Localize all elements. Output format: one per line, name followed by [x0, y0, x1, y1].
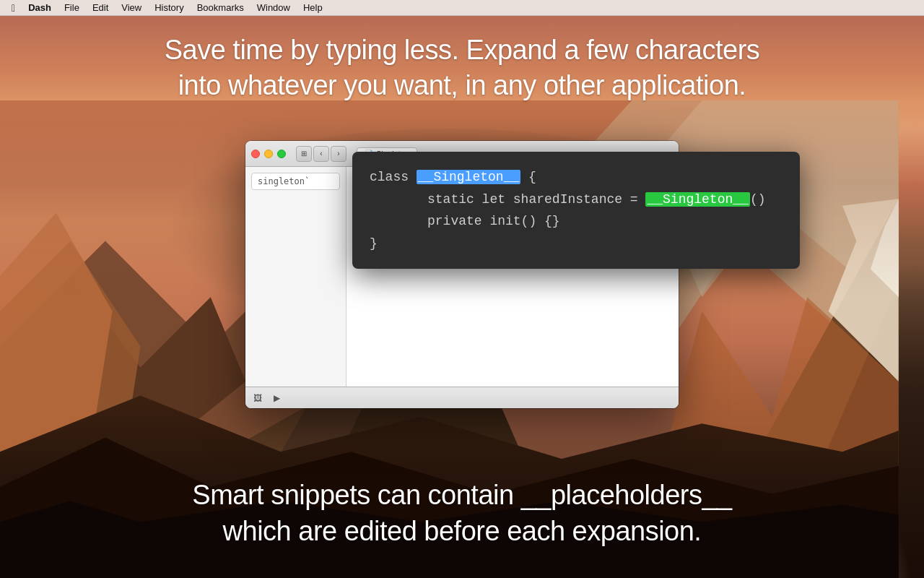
bottom-tagline: Smart snippets can contain __placeholder… [0, 478, 924, 549]
bottom-line1: Smart snippets can contain __placeholder… [0, 478, 924, 513]
code-popup: class __Singleton__ { static let sharedI… [352, 152, 800, 269]
top-line1: Save time by typing less. Expand a few c… [0, 33, 924, 68]
image-icon[interactable]: 🖼 [251, 392, 264, 405]
forward-button[interactable]: › [331, 146, 346, 162]
svg-marker-8 [871, 199, 899, 297]
toolbar: ⊞ ‹ › [296, 146, 346, 162]
left-sidebar: singleton` [245, 167, 346, 387]
menu-history[interactable]: History [149, 1, 189, 14]
close-button[interactable] [251, 150, 260, 158]
menu-dash[interactable]: Dash [22, 1, 57, 14]
bottom-line2: which are edited before each expansion. [0, 514, 924, 549]
snippet-item[interactable]: singleton` [251, 173, 340, 190]
minimize-button[interactable] [264, 150, 273, 158]
menu-file[interactable]: File [58, 1, 85, 14]
menu-view[interactable]: View [116, 1, 147, 14]
back-button[interactable]: ‹ [313, 146, 329, 162]
play-icon[interactable]: ▶ [270, 392, 283, 405]
bottom-bar: 🖼 ▶ [245, 387, 679, 408]
top-tagline: Save time by typing less. Expand a few c… [0, 33, 924, 104]
menu-edit[interactable]: Edit [87, 1, 114, 14]
menu-window[interactable]: Window [251, 1, 296, 14]
code-block: class __Singleton__ { static let sharedI… [370, 166, 783, 254]
grid-icon[interactable]: ⊞ [296, 146, 312, 162]
menu-help[interactable]: Help [297, 1, 328, 14]
menubar:  Dash File Edit View History Bookmarks … [0, 0, 924, 16]
placeholder-1: __Singleton__ [417, 170, 520, 184]
apple-menu[interactable]:  [6, 2, 21, 14]
maximize-button[interactable] [277, 150, 286, 158]
placeholder-2: __Singleton__ [645, 192, 749, 207]
top-line2: into whatever you want, in any other app… [0, 68, 924, 103]
menu-bookmarks[interactable]: Bookmarks [191, 1, 250, 14]
